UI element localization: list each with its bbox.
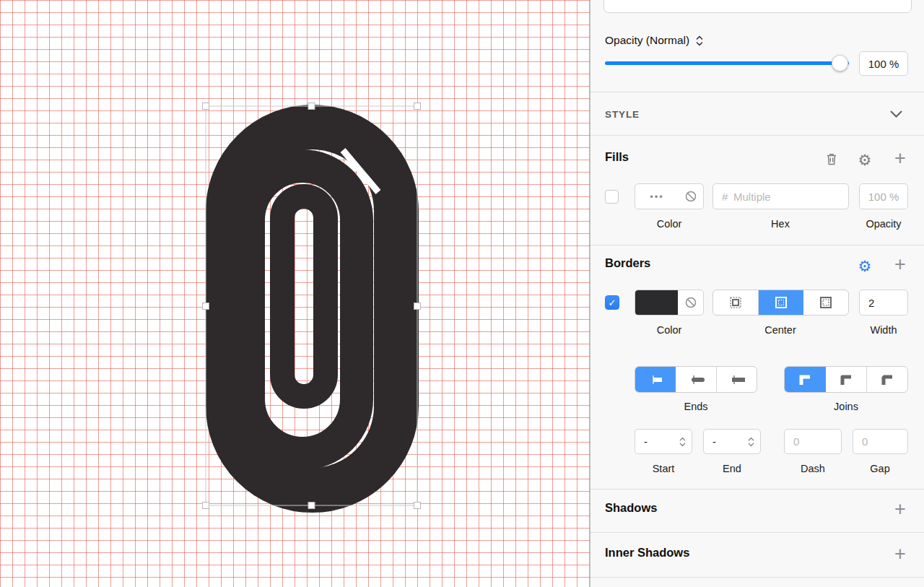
end-cap-round-button[interactable]	[676, 367, 716, 392]
fill-enabled-checkbox[interactable]	[605, 190, 619, 204]
no-color-icon[interactable]	[684, 190, 697, 203]
opacity-slider-thumb[interactable]	[832, 55, 848, 71]
hex-prefix: #	[722, 191, 728, 203]
border-width-input[interactable]	[860, 290, 907, 315]
selection-handle[interactable]	[203, 103, 209, 110]
gap-input[interactable]	[853, 430, 907, 453]
arrow-start-select[interactable]: -	[635, 429, 692, 454]
border-color-well[interactable]	[635, 290, 704, 316]
dash-input[interactable]	[785, 430, 841, 453]
shadows-title: Shadows	[605, 501, 657, 515]
divider	[590, 532, 924, 533]
arrow-end-select[interactable]: -	[703, 429, 761, 454]
selection-handle[interactable]	[308, 103, 315, 110]
style-section-header: STYLE	[605, 109, 640, 120]
border-width-label: Width	[870, 324, 897, 336]
end-label: End	[723, 463, 741, 474]
selection-handle[interactable]	[414, 503, 421, 509]
fill-color-well[interactable]: •••	[635, 183, 704, 209]
divider	[590, 577, 924, 578]
border-position-control	[712, 290, 849, 316]
divider	[590, 245, 924, 245]
fill-opacity-field[interactable]: 100 %	[859, 183, 908, 209]
add-border-button[interactable]: +	[891, 255, 910, 274]
gap-label: Gap	[870, 463, 889, 474]
dash-label: Dash	[801, 463, 825, 474]
no-color-icon[interactable]	[684, 296, 697, 309]
add-fill-button[interactable]: +	[891, 149, 910, 168]
line-joins-control	[784, 366, 908, 393]
selection-handle[interactable]	[203, 503, 209, 509]
opacity-stepper-icon[interactable]	[696, 35, 703, 46]
arrow-end-value: -	[712, 435, 716, 448]
border-position-center-button[interactable]	[759, 290, 804, 315]
opacity-label: Opacity (Normal)	[605, 34, 689, 47]
opacity-value-field[interactable]: 100 %	[859, 51, 908, 76]
border-position-inside-button[interactable]	[713, 290, 759, 315]
inner-shadows-title: Inner Shadows	[605, 546, 689, 560]
name-input[interactable]	[603, 0, 912, 13]
join-bevel-button[interactable]	[867, 367, 907, 392]
divider	[590, 489, 924, 490]
divider	[590, 92, 924, 92]
border-width-field[interactable]	[859, 290, 908, 316]
add-inner-shadow-button[interactable]: +	[891, 544, 910, 563]
border-enabled-checkbox[interactable]: ✓	[605, 295, 619, 310]
gear-icon-blue[interactable]: ⚙	[856, 257, 873, 274]
start-label: Start	[653, 463, 675, 474]
multiple-colors-dots: •••	[635, 191, 679, 202]
fill-hex-input[interactable]	[713, 184, 848, 209]
joins-label: Joins	[834, 401, 858, 412]
checkmark-icon: ✓	[609, 297, 616, 308]
canvas[interactable]	[0, 0, 590, 587]
gear-icon[interactable]: ⚙	[856, 151, 873, 168]
end-cap-square-button[interactable]	[717, 367, 757, 392]
border-position-outside-button[interactable]	[803, 290, 848, 315]
gap-field[interactable]	[853, 429, 908, 454]
selection-handle[interactable]	[203, 303, 209, 310]
selection-handle[interactable]	[308, 503, 315, 509]
chevron-down-icon[interactable]	[890, 110, 902, 118]
selection-handle[interactable]	[414, 103, 421, 110]
stepper-icon[interactable]	[679, 437, 686, 447]
fill-opacity-label: Opacity	[866, 218, 901, 230]
border-color-label: Color	[657, 324, 682, 336]
border-color-swatch[interactable]	[635, 290, 678, 315]
selection-handle[interactable]	[414, 303, 421, 310]
inspector-panel: Opacity (Normal) 100 % STYLE Fills ⚙ + •…	[590, 0, 924, 587]
stepper-icon[interactable]	[748, 437, 754, 447]
add-shadow-button[interactable]: +	[891, 500, 910, 518]
fills-title: Fills	[605, 150, 629, 164]
fill-color-label: Color	[657, 218, 682, 230]
line-ends-control	[635, 366, 757, 393]
trash-icon[interactable]	[825, 152, 838, 166]
sketch-window: Opacity (Normal) 100 % STYLE Fills ⚙ + •…	[0, 0, 924, 587]
end-cap-butt-button[interactable]	[635, 367, 676, 392]
borders-title: Borders	[605, 256, 650, 270]
divider	[590, 135, 924, 136]
join-round-button[interactable]	[826, 367, 867, 392]
join-miter-button[interactable]	[785, 367, 826, 392]
border-position-label: Center	[764, 324, 796, 336]
canvas-artwork	[0, 0, 590, 587]
arrow-start-value: -	[644, 435, 648, 448]
fill-hex-field[interactable]: #	[712, 183, 849, 209]
fill-hex-label: Hex	[771, 218, 790, 230]
ends-label: Ends	[684, 401, 707, 412]
opacity-slider[interactable]	[605, 61, 849, 65]
dash-field[interactable]	[784, 429, 842, 454]
